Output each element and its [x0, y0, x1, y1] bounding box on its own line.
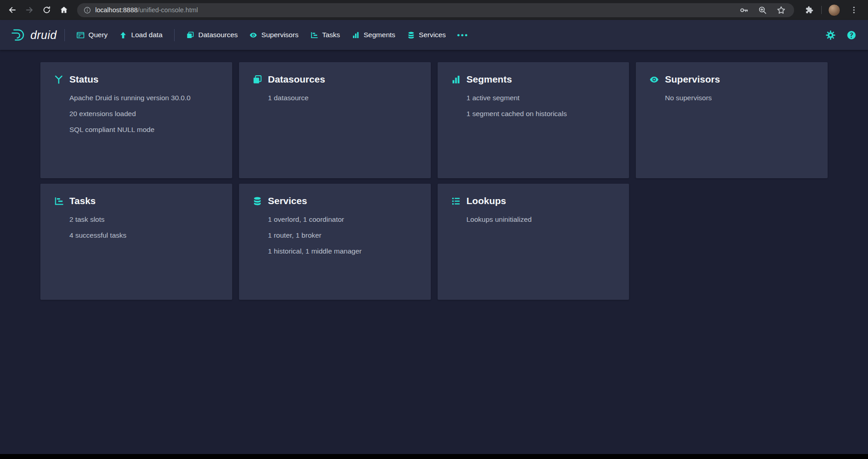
url-host: localhost:8888 [95, 6, 138, 14]
more-menu-button[interactable]: ••• [452, 27, 474, 44]
password-key-button[interactable] [737, 4, 751, 17]
card-line: 1 datasource [268, 93, 417, 103]
url-text[interactable]: localhost:8888/unified-console.html [95, 6, 733, 14]
gear-icon [826, 30, 835, 40]
tasks-icon [54, 196, 63, 206]
forward-icon [25, 5, 34, 15]
card-line: SQL compliant NULL mode [69, 125, 219, 134]
password-key-icon [739, 5, 749, 15]
navbar-item-services[interactable]: Services [401, 26, 452, 44]
card-title: Tasks [69, 195, 96, 206]
address-bar[interactable]: localhost:8888/unified-console.html [77, 3, 794, 17]
card-title: Supervisors [665, 74, 720, 85]
profile-avatar [828, 4, 840, 16]
navbar-item-segments[interactable]: Segments [346, 26, 401, 44]
navbar-item-query[interactable]: Query [71, 26, 113, 44]
extensions-puzzle-icon [805, 5, 814, 15]
menu-dots-icon [849, 5, 858, 15]
profile-button[interactable] [826, 2, 842, 18]
navbar-item-load-data[interactable]: Load data [113, 26, 168, 44]
navbar-item-label: Load data [131, 31, 162, 39]
card-title-row: Tasks [54, 195, 219, 206]
card-title: Status [69, 74, 98, 85]
card-title-row: Datasources [253, 74, 417, 85]
card-body: 1 active segment1 segment cached on hist… [451, 93, 616, 118]
back-button[interactable] [5, 2, 20, 18]
services-icon [253, 196, 262, 206]
brand[interactable]: druid [10, 27, 57, 43]
navbar-item-label: Segments [364, 31, 395, 39]
navbar-divider [64, 29, 65, 41]
card-line: 1 router, 1 broker [268, 231, 417, 240]
card-line: 4 successful tasks [69, 231, 219, 240]
extensions-button[interactable] [801, 2, 817, 18]
toolbar-separator [821, 6, 822, 14]
druid-navbar: druid QueryLoad dataDatasourcesSuperviso… [0, 20, 868, 50]
card-line: 1 historical, 1 middle manager [268, 247, 417, 256]
card-line: Lookups uninitialized [467, 215, 616, 224]
navbar-item-label: Query [88, 31, 107, 39]
refresh-icon [42, 5, 51, 15]
navbar-items: QueryLoad dataDatasourcesSupervisorsTask… [71, 26, 452, 44]
card-title-row: Status [54, 74, 219, 85]
card-body: 1 datasource [253, 93, 417, 103]
navbar-item-supervisors[interactable]: Supervisors [244, 26, 304, 44]
tasks-icon [310, 31, 318, 39]
settings-button[interactable] [824, 29, 837, 42]
home-button[interactable] [56, 2, 72, 18]
refresh-button[interactable] [39, 2, 54, 18]
card-body: Apache Druid is running version 30.0.020… [54, 93, 219, 134]
card-segments[interactable]: Segments1 active segment1 segment cached… [438, 62, 629, 178]
status-icon [54, 75, 63, 84]
card-supervisors[interactable]: SupervisorsNo supervisors [636, 62, 828, 178]
card-title: Datasources [268, 74, 325, 85]
segments-icon [451, 75, 461, 84]
home-view: StatusApache Druid is running version 30… [0, 50, 868, 300]
card-status[interactable]: StatusApache Druid is running version 30… [40, 62, 232, 178]
browser-toolbar: localhost:8888/unified-console.html [0, 0, 868, 20]
bookmark-star-icon [776, 5, 786, 15]
card-datasources[interactable]: Datasources1 datasource [239, 62, 431, 178]
card-body: 1 overlord, 1 coordinator1 router, 1 bro… [253, 215, 417, 256]
bookmark-button[interactable] [775, 4, 788, 17]
card-title: Services [268, 195, 307, 206]
card-title-row: Lookups [451, 195, 616, 206]
card-title-row: Segments [451, 74, 616, 85]
card-lookups[interactable]: LookupsLookups uninitialized [438, 184, 629, 300]
lookups-icon [451, 196, 461, 206]
navbar-item-label: Datasources [198, 31, 238, 39]
navbar-item-label: Supervisors [261, 31, 298, 39]
card-line: 2 task slots [69, 215, 219, 224]
navbar-right [824, 29, 858, 42]
navbar-item-label: Tasks [322, 31, 340, 39]
zoom-button[interactable] [756, 4, 769, 17]
card-title-row: Services [253, 195, 417, 206]
datasources-icon [186, 31, 194, 39]
navbar-item-tasks[interactable]: Tasks [304, 26, 346, 44]
url-path: /unified-console.html [138, 6, 198, 14]
card-title: Lookups [467, 195, 507, 206]
card-tasks[interactable]: Tasks2 task slots4 successful tasks [40, 184, 232, 300]
supervisors-icon [249, 31, 257, 39]
card-line: 1 segment cached on historicals [467, 109, 616, 118]
card-body: Lookups uninitialized [451, 215, 616, 224]
query-icon [77, 31, 84, 39]
back-icon [8, 5, 17, 15]
site-info-icon[interactable] [83, 6, 91, 14]
navbar-item-label: Services [419, 31, 446, 39]
load-data-icon [119, 31, 127, 39]
status-cards-grid: StatusApache Druid is running version 30… [40, 62, 828, 300]
services-icon [407, 31, 415, 39]
supervisors-icon [649, 75, 659, 84]
card-line: No supervisors [665, 93, 814, 103]
forward-button[interactable] [22, 2, 37, 18]
card-title-row: Supervisors [649, 74, 814, 85]
more-dots-icon: ••• [457, 31, 468, 39]
card-line: 1 overlord, 1 coordinator [268, 215, 417, 224]
browser-menu-button[interactable] [846, 2, 862, 18]
navbar-item-datasources[interactable]: Datasources [180, 26, 244, 44]
help-button[interactable] [845, 29, 858, 42]
zoom-icon [758, 5, 767, 15]
card-body: 2 task slots4 successful tasks [54, 215, 219, 240]
card-services[interactable]: Services1 overlord, 1 coordinator1 route… [239, 184, 431, 300]
